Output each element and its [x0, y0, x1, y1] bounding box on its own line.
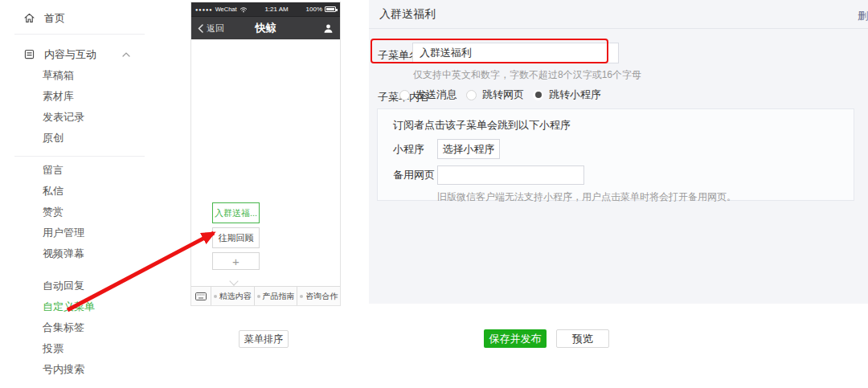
sidebar-item-label: 留言	[43, 163, 63, 178]
sidebar-item-collection-tags[interactable]: 合集标签	[0, 317, 177, 338]
submenu-editor-panel: 入群送福利 删除 子菜单名称 仅支持中英文和数字，字数不超过8个汉字或16个字母…	[369, 0, 868, 304]
radio-icon	[466, 90, 477, 100]
miniprogram-label: 小程序	[393, 142, 437, 157]
radio-label: 发送消息	[416, 88, 457, 102]
radio-jump-miniprogram[interactable]: 跳转小程序	[533, 88, 601, 102]
sidebar-item-home[interactable]: 首页	[0, 9, 177, 27]
keyboard-toggle[interactable]	[191, 287, 211, 305]
phone-status-bar: ●●●●● WeChat 1:21 AM 100%	[191, 2, 340, 17]
backup-url-row: 备用网页	[393, 165, 854, 185]
profile-button[interactable]	[323, 23, 334, 34]
sidebar-item-label: 发表记录	[43, 110, 84, 125]
sidebar-section-content[interactable]: 内容与互动	[0, 45, 177, 63]
radio-icon	[399, 90, 410, 100]
radio-label: 跳转网页	[482, 88, 524, 102]
menu-tab-featured[interactable]: 精选内容	[211, 287, 255, 305]
backup-url-hint: 旧版微信客户端无法支持小程序，用户点击菜单时将会打开备用网页。	[437, 190, 854, 204]
plus-icon: +	[232, 255, 240, 268]
keyboard-icon	[195, 292, 207, 300]
submenu-pointer-notch	[229, 276, 238, 285]
chevron-left-icon	[198, 24, 203, 33]
document-icon	[23, 48, 35, 60]
back-label: 返回	[207, 22, 224, 35]
submenu-name-hint: 仅支持中英文和数字，字数不超过8个汉字或16个字母	[413, 68, 641, 82]
radio-jump-webpage[interactable]: 跳转网页	[466, 88, 524, 102]
sidebar-divider	[14, 156, 145, 157]
submenu-item-label: 入群送福...	[215, 207, 257, 219]
sidebar-item-label: 赞赏	[43, 205, 63, 219]
menu-tab-consult[interactable]: 咨询合作	[297, 287, 340, 305]
sidebar-section-label: 内容与互动	[44, 47, 96, 62]
sidebar-item-material[interactable]: 素材库	[0, 86, 177, 107]
backup-url-input[interactable]	[437, 165, 584, 185]
menu-sort-button[interactable]: 菜单排序	[239, 330, 289, 348]
submenu-item[interactable]: 往期回顾	[212, 227, 260, 248]
sidebar-gap	[0, 264, 177, 276]
battery-group: 100%	[306, 6, 336, 13]
add-submenu-button[interactable]: +	[212, 252, 260, 270]
sidebar-item-messages[interactable]: 私信	[0, 181, 177, 202]
sidebar-item-publish-history[interactable]: 发表记录	[0, 107, 177, 128]
panel-title: 入群送福利	[379, 7, 436, 22]
carrier-label: WeChat	[215, 6, 237, 13]
menu-tab-label: 咨询合作	[305, 291, 338, 302]
miniprogram-settings-box: 订阅者点击该子菜单会跳到以下小程序 小程序 选择小程序 备用网页 旧版微信客户端…	[377, 108, 854, 201]
clock-label: 1:21 AM	[248, 6, 306, 13]
sidebar-item-custom-menu[interactable]: 自定义菜单	[0, 296, 177, 317]
home-icon	[23, 12, 35, 24]
panel-title-row: 入群送福利	[369, 0, 868, 29]
menu-dot-icon	[300, 295, 303, 298]
save-and-publish-button[interactable]: 保存并发布	[484, 329, 547, 348]
menu-dot-icon	[257, 295, 260, 298]
menu-tab-product-guide[interactable]: 产品指南	[255, 287, 298, 305]
submenu-item-label: 往期回顾	[219, 232, 254, 244]
sidebar-item-label: 自动回复	[43, 279, 84, 293]
chevron-up-icon	[122, 52, 130, 57]
sidebar-item-label: 自定义菜单	[43, 300, 95, 314]
miniprogram-row: 小程序 选择小程序	[393, 139, 854, 159]
delete-link[interactable]: 删除	[858, 9, 868, 23]
menu-tab-label: 精选内容	[219, 291, 252, 302]
sidebar-item-comments[interactable]: 留言	[0, 160, 177, 181]
sidebar-item-original[interactable]: 原创	[0, 128, 177, 149]
submenu-stack: 入群送福... 往期回顾 +	[212, 202, 260, 274]
phone-preview: ●●●●● WeChat 1:21 AM 100% 返回 快鲸 入群送福...	[190, 2, 341, 306]
sidebar-item-label: 首页	[44, 11, 65, 26]
sidebar-sublist: 草稿箱 素材库 发表记录 原创 留言 私信 赞赏 用户管理 视频弹幕 自动回复 …	[0, 65, 177, 380]
phone-menu-bar: 精选内容 产品指南 咨询合作	[191, 286, 340, 305]
sidebar-item-label: 原创	[43, 131, 63, 145]
sidebar-item-label: 用户管理	[43, 226, 84, 240]
sidebar-divider	[14, 34, 145, 35]
battery-icon	[325, 6, 336, 12]
sidebar-item-label: 投票	[43, 341, 63, 356]
person-icon	[323, 23, 334, 34]
radio-send-message[interactable]: 发送消息	[399, 88, 457, 102]
sidebar-item-user-management[interactable]: 用户管理	[0, 223, 177, 243]
submenu-name-input[interactable]	[412, 43, 619, 63]
sidebar-item-in-account-search[interactable]: 号内搜索	[0, 359, 177, 380]
choose-miniprogram-button[interactable]: 选择小程序	[437, 139, 500, 159]
radio-selected-icon	[533, 90, 543, 100]
sidebar-item-label: 私信	[43, 184, 63, 198]
sidebar-item-label: 号内搜索	[43, 362, 84, 377]
phone-nav-bar: 返回 快鲸	[191, 17, 340, 39]
sidebar-item-drafts[interactable]: 草稿箱	[0, 65, 177, 86]
signal-dots-icon: ●●●●●	[195, 7, 213, 12]
sidebar: 首页 内容与互动 草稿箱 素材库 发表记录 原创 留言 私信 赞赏 用户管理 视…	[0, 0, 177, 388]
sidebar-item-label: 素材库	[43, 89, 74, 104]
backup-url-label: 备用网页	[393, 168, 437, 182]
back-button[interactable]: 返回	[198, 22, 224, 35]
miniprogram-intro-text: 订阅者点击该子菜单会跳到以下小程序	[393, 118, 854, 133]
sidebar-item-auto-reply[interactable]: 自动回复	[0, 276, 177, 296]
content-type-radio-group: 发送消息 跳转网页 跳转小程序	[399, 88, 601, 102]
sidebar-item-label: 合集标签	[43, 321, 84, 335]
sidebar-item-appreciation[interactable]: 赞赏	[0, 202, 177, 223]
menu-tab-label: 产品指南	[263, 291, 295, 302]
wifi-icon	[240, 6, 248, 13]
submenu-item-selected[interactable]: 入群送福...	[212, 202, 260, 223]
sidebar-item-video-danmu[interactable]: 视频弹幕	[0, 243, 177, 264]
radio-label: 跳转小程序	[549, 88, 601, 102]
battery-percent: 100%	[306, 6, 322, 13]
sidebar-item-vote[interactable]: 投票	[0, 338, 177, 359]
preview-button[interactable]: 预览	[556, 329, 609, 348]
